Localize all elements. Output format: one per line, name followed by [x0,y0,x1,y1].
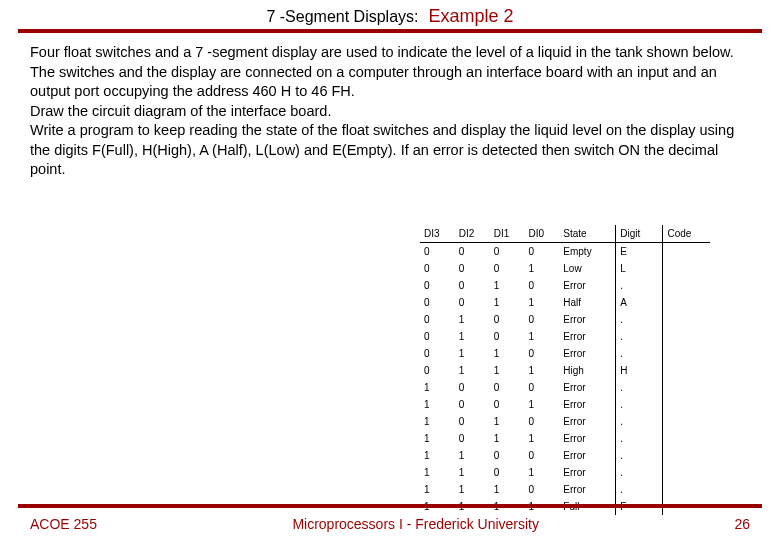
table-cell: 0 [490,379,525,396]
table-cell: 0 [490,260,525,277]
table-cell [663,362,710,379]
table-cell: 0 [420,277,455,294]
table-row: 0101Error. [420,328,710,345]
paragraph-1: Four float switches and a 7 -segment dis… [30,43,750,102]
table-cell: 1 [455,328,490,345]
table-cell: 0 [490,464,525,481]
table-cell: 1 [455,447,490,464]
col-state: State [559,225,615,243]
table-cell: Error [559,345,615,362]
table-cell: 1 [524,464,559,481]
table-cell: 1 [524,294,559,311]
table-cell: 0 [524,413,559,430]
col-digit: Digit [616,225,663,243]
table-cell [663,243,710,261]
table-cell [663,447,710,464]
paragraph-2: Draw the circuit diagram of the interfac… [30,102,750,122]
table-cell: Error [559,481,615,498]
footer-right: 26 [734,516,750,532]
table-cell: Low [559,260,615,277]
table-cell: 0 [420,345,455,362]
table-cell [663,294,710,311]
table-cell [663,277,710,294]
table-cell: 1 [420,396,455,413]
col-di0: DI0 [524,225,559,243]
table-cell: 1 [490,413,525,430]
table-cell: 0 [420,328,455,345]
table-cell: Error [559,396,615,413]
table-cell: 1 [455,311,490,328]
table-row: 0001LowL [420,260,710,277]
table-cell: . [616,413,663,430]
table-cell: 0 [524,243,559,261]
table-cell: . [616,430,663,447]
table-cell: . [616,464,663,481]
table-row: 0010Error. [420,277,710,294]
table-cell: H [616,362,663,379]
table-cell [663,396,710,413]
table-cell: 0 [455,260,490,277]
table-cell: 0 [455,379,490,396]
table-cell: 1 [524,260,559,277]
table-cell: Half [559,294,615,311]
table-cell: 0 [420,243,455,261]
table-cell: 0 [490,447,525,464]
table-cell: Error [559,328,615,345]
table-cell: Error [559,447,615,464]
table-cell: 1 [455,345,490,362]
table-cell: 1 [490,277,525,294]
table-cell: 0 [455,413,490,430]
table-cell [663,260,710,277]
table-cell: High [559,362,615,379]
table-cell: 1 [490,294,525,311]
table-cell: . [616,328,663,345]
table-cell: 1 [455,481,490,498]
table-cell: 0 [420,311,455,328]
table-row: 0011HalfA [420,294,710,311]
table-cell: 1 [490,430,525,447]
table-cell: 0 [524,277,559,294]
table-cell: 1 [524,396,559,413]
table-cell: 0 [490,311,525,328]
table-row: 0100Error. [420,311,710,328]
table-cell [663,311,710,328]
table-cell [663,345,710,362]
table-cell: E [616,243,663,261]
table-cell: 1 [524,362,559,379]
table-cell: Error [559,464,615,481]
table-row: 1001Error. [420,396,710,413]
table-row: 1011Error. [420,430,710,447]
footer-center: Microprocessors I - Frederick University [292,516,539,532]
body-text: Four float switches and a 7 -segment dis… [0,33,780,180]
table-cell: . [616,481,663,498]
col-di1: DI1 [490,225,525,243]
table-cell: 0 [455,243,490,261]
col-code: Code [663,225,710,243]
table-cell: 1 [490,345,525,362]
table-cell: 1 [490,362,525,379]
table-row: 1100Error. [420,447,710,464]
table-cell [663,379,710,396]
table-cell: 0 [490,243,525,261]
table-cell: 0 [524,379,559,396]
table-cell: 1 [420,430,455,447]
table-cell [663,464,710,481]
table-cell: 0 [524,345,559,362]
table-cell: Error [559,430,615,447]
table-cell: 1 [524,328,559,345]
footer-divider [18,504,762,508]
table-cell: 1 [420,379,455,396]
table-cell: 0 [490,396,525,413]
title-subtitle: Example 2 [429,6,514,27]
table-cell: 0 [420,260,455,277]
table-cell: 1 [490,481,525,498]
paragraph-3: Write a program to keep reading the stat… [30,121,750,180]
table-cell: . [616,311,663,328]
table-cell: 1 [455,362,490,379]
table-cell [663,413,710,430]
table-cell: 1 [524,430,559,447]
table-cell: Error [559,311,615,328]
table-cell: . [616,277,663,294]
table-cell: A [616,294,663,311]
table-row: 1000Error. [420,379,710,396]
